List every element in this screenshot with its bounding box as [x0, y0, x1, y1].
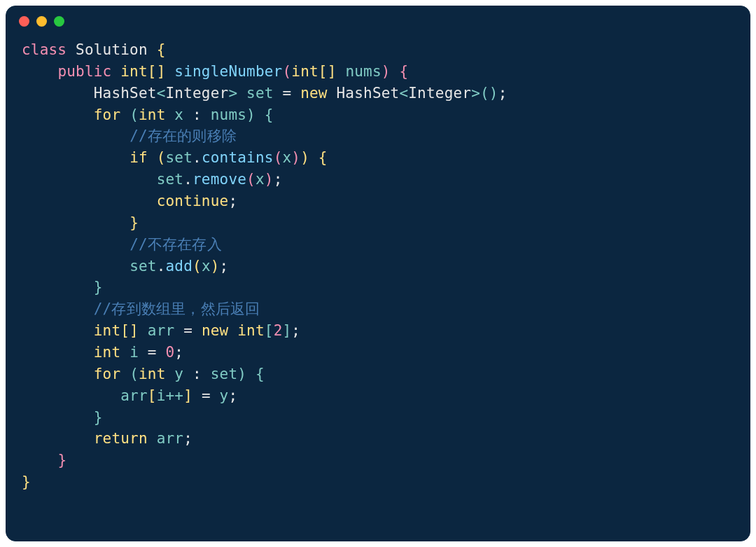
ident-set3: set [157, 171, 184, 188]
type-int-arr3: int[] [94, 322, 139, 339]
ident-nums2: nums [211, 106, 246, 123]
ident-set2: set [166, 149, 193, 166]
kw-public: public [57, 63, 111, 80]
comment-1: //存在的则移除 [130, 127, 237, 144]
ident-nums: nums [345, 63, 381, 80]
brace: { [399, 63, 408, 80]
op-eq: = [148, 344, 157, 361]
paren: ) [291, 149, 300, 166]
kw-new: new [300, 85, 328, 102]
kw-for: for [94, 106, 121, 123]
angle: < [399, 85, 408, 102]
ident-x: x [174, 106, 183, 123]
op-eq: = [183, 322, 192, 339]
semi: ; [174, 344, 183, 361]
method-contains: contains [202, 149, 274, 166]
kw-for2: for [94, 366, 121, 382]
ident-arr: arr [148, 322, 175, 339]
colon: : [192, 366, 202, 382]
kw-class: class [22, 41, 66, 58]
angle: > [471, 85, 480, 102]
expr-ipp: i++ [157, 387, 184, 404]
type-int4: int [139, 366, 166, 382]
angle: < [157, 85, 166, 102]
ident-Solution: Solution [76, 41, 148, 58]
op-eq: = [282, 85, 291, 102]
kw-continue: continue [157, 193, 229, 209]
brace: { [255, 366, 265, 382]
type-HashSet: HashSet [94, 85, 157, 102]
paren: ( [274, 149, 283, 166]
type-Integer2: Integer [408, 85, 471, 102]
bracket: [ [148, 387, 157, 404]
op-eq: = [202, 387, 211, 404]
bracket: ] [183, 387, 192, 404]
ident-y: y [174, 366, 183, 382]
comment-2: //不存在存入 [130, 236, 222, 253]
semi: ; [274, 171, 283, 188]
ident-arr3: arr [157, 430, 184, 447]
bracket: ] [282, 322, 291, 339]
minimize-icon[interactable] [36, 16, 47, 27]
maximize-icon[interactable] [54, 16, 64, 27]
paren: ) [246, 106, 255, 123]
paren: () [480, 85, 498, 102]
ident-set: set [246, 85, 274, 102]
method-add: add [166, 258, 193, 275]
paren: ( [130, 366, 139, 382]
semi: ; [291, 322, 300, 339]
method-singleNumber: singleNumber [174, 63, 282, 80]
dot: . [192, 149, 202, 166]
brace: } [94, 279, 103, 296]
comment-3: //存到数组里，然后返回 [94, 300, 260, 317]
angle: > [228, 85, 237, 102]
paren: ( [157, 149, 166, 166]
dot: . [157, 258, 166, 275]
paren: ( [192, 258, 202, 275]
paren: ( [282, 63, 291, 80]
paren: ) [300, 149, 309, 166]
num-2: 2 [274, 322, 283, 339]
paren: ) [237, 366, 246, 382]
type-int-arr2: int[] [291, 63, 336, 80]
num-0: 0 [166, 344, 175, 361]
type-int2: int [237, 322, 265, 339]
bracket: [ [265, 322, 274, 339]
paren: ) [211, 258, 220, 275]
ident-i: i [130, 344, 139, 361]
brace: } [57, 452, 66, 469]
brace: { [265, 106, 274, 123]
colon: : [192, 106, 202, 123]
code-block: class Solution { public int[] singleNumb… [6, 31, 750, 507]
brace: } [94, 409, 103, 426]
ident-arr2: arr [120, 387, 148, 404]
ident-y2: y [220, 387, 229, 404]
dot: . [183, 171, 192, 188]
type-Integer: Integer [166, 85, 229, 102]
semi: ; [228, 387, 237, 404]
kw-new2: new [202, 322, 229, 339]
paren: ) [382, 63, 391, 80]
paren: ( [130, 106, 139, 123]
ident-set4: set [130, 258, 157, 275]
type-int: int [139, 106, 166, 123]
semi: ; [220, 258, 229, 275]
ident-x2: x [282, 149, 291, 166]
type-int3: int [94, 344, 121, 361]
type-HashSet2: HashSet [337, 85, 400, 102]
paren: ( [246, 171, 255, 188]
ident-x4: x [202, 258, 211, 275]
paren: ) [265, 171, 274, 188]
close-icon[interactable] [19, 16, 29, 27]
kw-if: if [130, 149, 148, 166]
ident-x3: x [255, 171, 265, 188]
code-window: class Solution { public int[] singleNumb… [6, 6, 750, 541]
brace: { [157, 41, 166, 58]
semi: ; [498, 85, 507, 102]
semi: ; [228, 193, 237, 209]
semi: ; [183, 430, 192, 447]
brace: { [318, 149, 328, 166]
kw-return: return [94, 430, 148, 447]
brace: } [130, 214, 139, 231]
type-int-arr: int[] [120, 63, 165, 80]
